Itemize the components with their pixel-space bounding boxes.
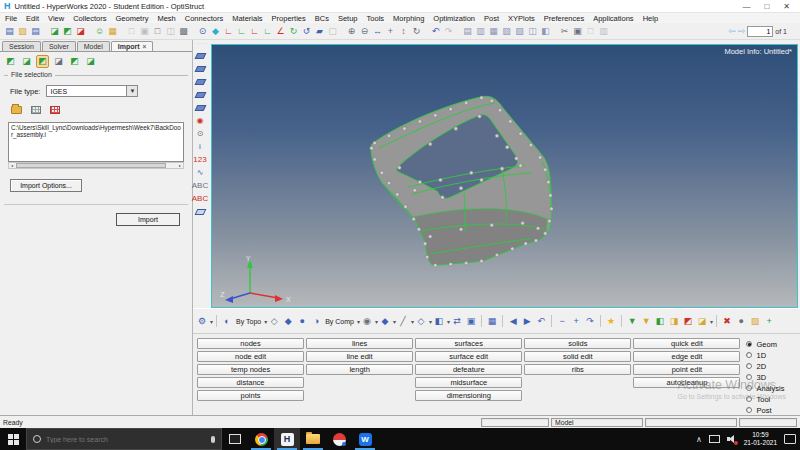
view-plane-5-icon[interactable] — [193, 101, 207, 114]
scrollbar-thumb[interactable] — [16, 163, 166, 168]
label-abc-red-icon[interactable]: ABC — [193, 192, 207, 205]
display-tray-icon[interactable] — [709, 435, 720, 443]
tab-model[interactable]: Model — [77, 41, 110, 51]
tray-expand-icon[interactable]: ∧ — [696, 435, 702, 444]
dropdown-caret-icon[interactable]: ▾ — [710, 318, 713, 325]
mode-radio-1d[interactable]: 1D — [746, 350, 798, 360]
panel-button[interactable]: solid edit — [524, 351, 631, 362]
panel-button[interactable]: edge edit — [633, 351, 740, 362]
minimize-button[interactable]: — — [742, 2, 750, 11]
import-model-icon[interactable]: ◪ — [20, 55, 33, 68]
mesh-shade-icon[interactable]: ◑ — [309, 314, 323, 328]
panel-button[interactable]: line edit — [306, 351, 413, 362]
import-connectors-icon[interactable]: ◪ — [52, 55, 65, 68]
rectangle-select-icon[interactable]: □ — [151, 25, 164, 38]
by-topo-dropdown[interactable]: By Topo — [234, 318, 263, 325]
mask-icon[interactable]: ▼ — [625, 314, 639, 328]
view-plane-1-icon[interactable] — [193, 49, 207, 62]
panel-button[interactable]: autocleanup — [633, 377, 740, 388]
mesh-style-icon[interactable]: ◉ — [360, 314, 374, 328]
arc-rotate-icon[interactable]: ↻ — [410, 25, 423, 38]
display-settings-icon[interactable]: ⚙ — [195, 314, 209, 328]
user-profile-icon[interactable]: ☺ — [93, 25, 106, 38]
dropdown-arrow-icon[interactable]: ▼ — [126, 86, 137, 96]
element-color-icon[interactable]: ◆ — [378, 314, 392, 328]
menu-item[interactable]: View — [48, 14, 64, 23]
view-orient-icon[interactable]: ◆ — [209, 25, 222, 38]
menu-item[interactable]: Help — [643, 14, 658, 23]
saved-views-icon[interactable]: ▰ — [313, 25, 326, 38]
selection-window-icon[interactable]: ▣ — [138, 25, 151, 38]
hyperworks-app-button[interactable]: H — [274, 428, 300, 450]
panel-button[interactable]: point edit — [633, 364, 740, 375]
panel-button[interactable]: surface edit — [415, 351, 522, 362]
menu-item[interactable]: XYPlots — [508, 14, 535, 23]
expand-window-icon[interactable]: ◫ — [526, 25, 539, 38]
line-style-icon[interactable]: ╱ — [396, 314, 410, 328]
scroll-left-icon[interactable]: ◂ — [9, 163, 15, 168]
swap-display-icon[interactable]: ⇄ — [450, 314, 464, 328]
dropdown-caret-icon[interactable]: ▾ — [210, 318, 213, 325]
unmask-icon[interactable]: ▼ — [639, 314, 653, 328]
axis-left-icon[interactable]: ∟ — [248, 25, 261, 38]
recent-files-icon[interactable] — [48, 103, 61, 116]
close-button[interactable]: ✕ — [783, 2, 790, 11]
next-page-arrow-icon[interactable]: ⇨ — [738, 26, 746, 36]
snapshot-icon[interactable]: ▩ — [177, 25, 190, 38]
layout-two-window-icon[interactable]: ▥ — [474, 25, 487, 38]
layout-one-window-icon[interactable]: ▤ — [461, 25, 474, 38]
menu-item[interactable]: Morphing — [393, 14, 424, 23]
menu-item[interactable]: Setup — [338, 14, 358, 23]
restore-icon[interactable]: ↷ — [583, 314, 597, 328]
panel-button[interactable]: temp nodes — [197, 364, 304, 375]
layout-four-window-icon[interactable]: ▧ — [500, 25, 513, 38]
panel-button[interactable]: ribs — [524, 364, 631, 375]
search-input[interactable] — [46, 436, 206, 443]
speaker-muted-icon[interactable] — [727, 435, 737, 444]
info-icon[interactable]: i — [193, 140, 207, 153]
graphics-viewport[interactable]: Model Info: Untitled* — [211, 44, 798, 308]
menu-item[interactable]: BCs — [315, 14, 329, 23]
redo-icon[interactable]: ↷ — [442, 25, 455, 38]
file-type-dropdown[interactable]: IGES ▼ — [46, 85, 138, 97]
view-lock-icon[interactable]: ▢ — [326, 25, 339, 38]
zoom-out-icon[interactable]: ⊖ — [358, 25, 371, 38]
taskbar-clock[interactable]: 10:59 21-01-2021 — [744, 431, 777, 447]
axis-front-icon[interactable]: ∟ — [222, 25, 235, 38]
screen-capture-icon[interactable]: ◫ — [164, 25, 177, 38]
open-file-icon[interactable]: ▨ — [16, 25, 29, 38]
meeting-app-button[interactable] — [326, 428, 352, 450]
organize-library-icon[interactable]: ▦ — [106, 25, 119, 38]
mask-panel-icon[interactable]: ◉ — [193, 114, 207, 127]
menu-item[interactable]: File — [5, 14, 17, 23]
mode-radio-geom[interactable]: Geom — [746, 339, 798, 349]
panel-button[interactable]: quick edit — [633, 338, 740, 349]
menu-item[interactable]: Post — [484, 14, 499, 23]
grow-icon[interactable]: + — [569, 314, 583, 328]
panel-button[interactable]: points — [197, 390, 304, 401]
layout-grid-icon[interactable]: ▨ — [513, 25, 526, 38]
menu-item[interactable]: Mesh — [157, 14, 175, 23]
axis-right-icon[interactable]: ∟ — [261, 25, 274, 38]
zoom-lens-icon[interactable]: ⊙ — [196, 25, 209, 38]
scroll-right-icon[interactable]: ▸ — [177, 163, 183, 168]
page-number-input[interactable] — [747, 26, 773, 37]
file-list-icon[interactable] — [29, 103, 42, 116]
new-session-icon[interactable]: ▤ — [3, 25, 16, 38]
menu-item[interactable]: Preferences — [544, 14, 584, 23]
start-button[interactable] — [0, 428, 26, 450]
undo-icon[interactable]: ↶ — [429, 25, 442, 38]
panel-button[interactable]: solids — [524, 338, 631, 349]
view-plane-3-icon[interactable] — [193, 75, 207, 88]
note-icon[interactable]: ▨ — [748, 314, 762, 328]
swap-window-icon[interactable]: ◧ — [539, 25, 552, 38]
select-entities-icon[interactable]: □ — [125, 25, 138, 38]
horizontal-scrollbar[interactable]: ◂ ▸ — [8, 162, 184, 169]
mode-radio-analysis[interactable]: Analysis — [746, 383, 798, 393]
measure-icon[interactable]: + — [762, 314, 776, 328]
cut-icon[interactable]: ✂ — [558, 25, 571, 38]
panel-button[interactable]: midsurface — [415, 377, 522, 388]
feature-style-icon[interactable]: ◇ — [414, 314, 428, 328]
paste-icon[interactable]: □ — [584, 25, 597, 38]
solid-geom-icon[interactable]: ● — [295, 314, 309, 328]
